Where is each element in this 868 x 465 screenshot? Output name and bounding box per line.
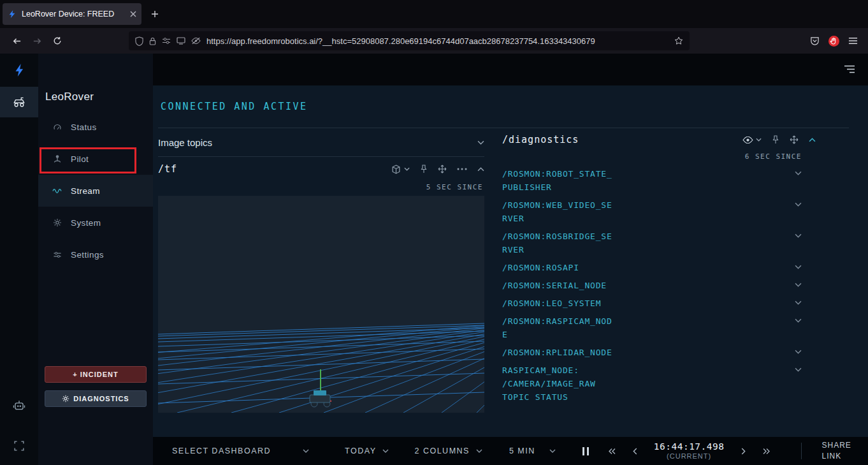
diagnostic-topic-label: /ROSMON:WEB_VIDEO_SERVER: [502, 198, 614, 225]
more-options-icon[interactable]: [457, 168, 467, 170]
chevron-down-icon[interactable]: [795, 279, 802, 287]
sidebar-item-stream[interactable]: Stream: [38, 175, 153, 207]
sidebar-item-status[interactable]: Status: [38, 111, 153, 143]
step-back-icon[interactable]: [632, 448, 637, 455]
chevron-down-icon[interactable]: [795, 346, 802, 354]
pilot-joystick-icon: [52, 154, 62, 163]
diagnostics-button[interactable]: DIAGNOSTICS: [45, 390, 147, 407]
rail-robot-button[interactable]: [0, 395, 38, 415]
pin-icon[interactable]: [420, 165, 428, 173]
pause-button[interactable]: [582, 447, 589, 455]
app-rail: [0, 54, 38, 465]
diagnostics-row[interactable]: /ROSMON:RPLIDAR_NODE: [502, 343, 802, 361]
columns-dropdown[interactable]: 2 COLUMNS: [414, 447, 482, 455]
reload-button[interactable]: [47, 31, 68, 50]
chevron-down-icon: [382, 449, 389, 453]
diagnostics-row[interactable]: /ROSMON:SERIAL_NODE: [502, 276, 802, 294]
chevron-down-icon: [549, 449, 556, 453]
lock-icon[interactable]: [149, 37, 156, 45]
tab-bar: LeoRover Device: FREED: [0, 0, 868, 28]
url-bar[interactable]: https://app.freedomrobotics.ai/?__hstc=5…: [129, 31, 690, 50]
diagnostics-panel-header: /diagnostics: [502, 128, 834, 151]
time-window-dropdown[interactable]: 5 MIN: [509, 447, 556, 455]
blocked-eye-icon[interactable]: [191, 37, 201, 45]
chevron-down-icon[interactable]: [477, 140, 484, 145]
view-3d-cube-icon[interactable]: [391, 165, 401, 174]
screen-share-icon[interactable]: [177, 37, 185, 45]
image-topics-title: Image topics: [158, 137, 212, 148]
bookmark-star-icon[interactable]: [674, 36, 683, 45]
diagnostics-button-label: DIAGNOSTICS: [73, 395, 129, 402]
main-content: CONNECTED AND ACTIVE Image topics /tf: [153, 85, 868, 437]
diagnostics-row[interactable]: /ROSMON:ROBOT_STATE_PUBLISHER: [502, 165, 802, 196]
freedom-logo-lightning-icon[interactable]: [0, 61, 38, 79]
adblocker-hand-icon[interactable]: [828, 36, 839, 47]
diagnostic-topic-label: /ROSMON:ROSBRIDGE_SERVER: [502, 230, 614, 256]
forward-button[interactable]: [27, 31, 47, 50]
diagnostics-row[interactable]: RASPICAM_NODE: /CAMERA/IMAGE_RAW TOPIC S…: [502, 361, 802, 406]
skip-back-icon[interactable]: [608, 448, 616, 455]
move-pan-icon[interactable]: [790, 135, 799, 144]
url-text[interactable]: https://app.freedomrobotics.ai/?__hstc=5…: [206, 36, 669, 46]
diagnostic-topic-label: /ROSMON:ROBOT_STATE_PUBLISHER: [502, 167, 614, 194]
diagnostics-row[interactable]: /ROSMON:WEB_VIDEO_SERVER: [502, 196, 802, 227]
diagnostics-row[interactable]: /ROSMON:LEO_SYSTEM: [502, 294, 802, 312]
chevron-down-icon[interactable]: [795, 167, 802, 175]
layout-filter-icon[interactable]: [844, 65, 855, 73]
fullscreen-expand-icon[interactable]: [0, 438, 38, 454]
diagnostic-topic-label: /ROSMON:ROSAPI: [502, 261, 614, 274]
device-name: LeoRover: [45, 91, 94, 103]
collapse-chevron-up-icon[interactable]: [809, 138, 816, 142]
divider: [801, 443, 802, 459]
diagnostics-row[interactable]: /ROSMON:RASPICAM_NODE: [502, 312, 802, 343]
chevron-down-icon[interactable]: [404, 167, 410, 171]
tf-3d-viewport[interactable]: [158, 196, 484, 413]
diagnostic-topic-label: RASPICAM_NODE: /CAMERA/IMAGE_RAW TOPIC S…: [502, 364, 614, 404]
diagnostics-row[interactable]: /ROSMON:ROSAPI: [502, 258, 802, 276]
sidebar-item-label: Stream: [71, 186, 100, 196]
collapse-chevron-up-icon[interactable]: [477, 167, 484, 172]
diagnostics-row[interactable]: /ROSMON:ROSBRIDGE_SERVER: [502, 227, 802, 258]
sidebar-item-label: Pilot: [71, 154, 89, 164]
move-pan-icon[interactable]: [438, 165, 447, 173]
left-column: Image topics /tf: [158, 128, 484, 413]
select-dashboard-dropdown[interactable]: SELECT DASHBOARD: [172, 447, 309, 455]
share-link-button[interactable]: SHARE LINK: [822, 440, 859, 462]
sidebar-item-settings[interactable]: Settings: [38, 239, 153, 270]
chevron-down-icon[interactable]: [795, 364, 802, 372]
tab-close-icon[interactable]: [130, 11, 136, 17]
tab-title: LeoRover Device: FREED: [22, 10, 125, 18]
diagnostics-list: /ROSMON:ROBOT_STATE_PUBLISHER /ROSMON:WE…: [502, 165, 802, 406]
chevron-down-icon[interactable]: [795, 198, 802, 207]
tracking-shield-icon[interactable]: [135, 36, 143, 46]
chevron-down-icon[interactable]: [795, 230, 802, 238]
playback-time: 16:44:17.498 (CURRENT): [654, 441, 725, 461]
new-tab-button[interactable]: [145, 4, 164, 24]
tab-favicon-lightning-icon: [8, 10, 17, 18]
connection-status-banner: CONNECTED AND ACTIVE: [161, 101, 308, 112]
incident-button[interactable]: + INCIDENT: [45, 366, 147, 383]
pocket-icon[interactable]: [810, 36, 820, 46]
date-dropdown[interactable]: TODAY: [345, 447, 389, 455]
chevron-down-icon[interactable]: [756, 138, 762, 142]
back-button[interactable]: [6, 31, 27, 50]
rover-model: [310, 369, 331, 407]
permissions-sliders-icon[interactable]: [162, 37, 171, 45]
chevron-down-icon[interactable]: [795, 297, 802, 305]
chevron-down-icon[interactable]: [795, 314, 802, 323]
browser-tab[interactable]: LeoRover Device: FREED: [3, 3, 141, 25]
sidebar-item-system[interactable]: System: [38, 207, 153, 239]
chevron-down-icon[interactable]: [795, 261, 802, 269]
eye-visibility-icon[interactable]: [742, 137, 753, 144]
step-forward-icon[interactable]: [741, 448, 746, 455]
skip-forward-icon[interactable]: [763, 448, 770, 455]
image-topics-header[interactable]: Image topics: [158, 128, 484, 157]
rail-device-rover-button[interactable]: [0, 87, 38, 117]
pin-icon[interactable]: [772, 135, 779, 144]
menu-hamburger-icon[interactable]: [848, 37, 858, 45]
tf-since-label: 5 SEC SINCE: [158, 183, 483, 191]
sidebar-item-label: Status: [71, 122, 97, 132]
tf-panel-header: /tf: [158, 157, 484, 181]
sidebar-item-pilot[interactable]: Pilot: [38, 143, 153, 175]
diagnostics-panel-title: /diagnostics: [502, 134, 579, 145]
